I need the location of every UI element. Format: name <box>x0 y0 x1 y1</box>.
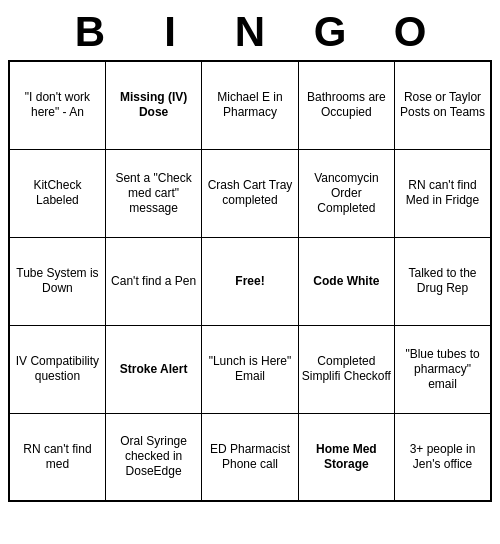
title-g: G <box>290 8 370 56</box>
cell-2-1: KitCheck Labeled <box>9 149 105 237</box>
cell-5-4: Home Med Storage <box>298 413 394 501</box>
cell-5-1: RN can't find med <box>9 413 105 501</box>
cell-2-2: Sent a "Check med cart" message <box>105 149 201 237</box>
title-o: O <box>370 8 450 56</box>
title-b: B <box>50 8 130 56</box>
cell-1-5: Rose or Taylor Posts on Teams <box>395 61 491 149</box>
cell-1-3: Michael E in Pharmacy <box>202 61 298 149</box>
cell-2-4: Vancomycin Order Completed <box>298 149 394 237</box>
cell-5-3: ED Pharmacist Phone call <box>202 413 298 501</box>
cell-2-5: RN can't find Med in Fridge <box>395 149 491 237</box>
cell-4-4: Completed Simplifi Checkoff <box>298 325 394 413</box>
cell-4-1: IV Compatibility question <box>9 325 105 413</box>
title-n: N <box>210 8 290 56</box>
bingo-title: B I N G O <box>8 8 492 56</box>
cell-5-2: Oral Syringe checked in DoseEdge <box>105 413 201 501</box>
cell-5-5: 3+ people in Jen's office <box>395 413 491 501</box>
cell-4-2: Stroke Alert <box>105 325 201 413</box>
cell-4-3: "Lunch is Here" Email <box>202 325 298 413</box>
title-i: I <box>130 8 210 56</box>
cell-1-4: Bathrooms are Occupied <box>298 61 394 149</box>
cell-1-2: Missing (IV) Dose <box>105 61 201 149</box>
cell-2-3: Crash Cart Tray completed <box>202 149 298 237</box>
cell-3-5: Talked to the Drug Rep <box>395 237 491 325</box>
cell-1-1: "I don't work here" - An <box>9 61 105 149</box>
cell-3-2: Can't find a Pen <box>105 237 201 325</box>
bingo-grid: "I don't work here" - AnMissing (IV) Dos… <box>8 60 492 502</box>
cell-3-3: Free! <box>202 237 298 325</box>
cell-3-4: Code White <box>298 237 394 325</box>
cell-4-5: "Blue tubes to pharmacy" email <box>395 325 491 413</box>
cell-3-1: Tube System is Down <box>9 237 105 325</box>
